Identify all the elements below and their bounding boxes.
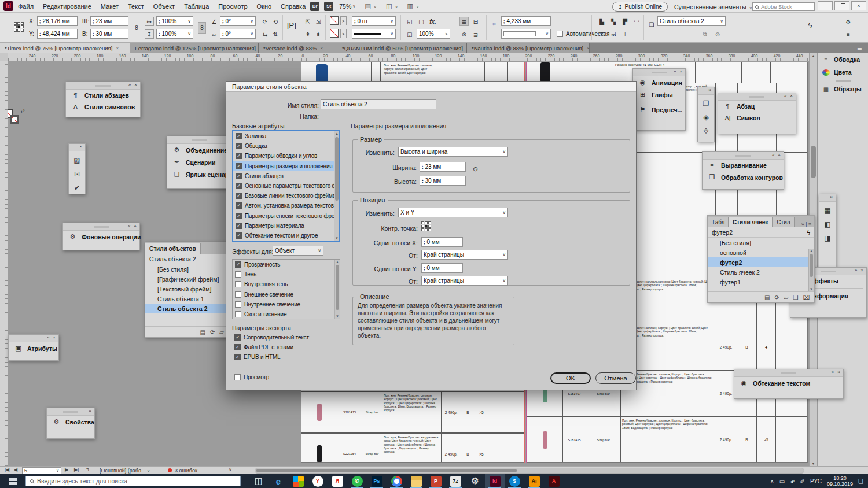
character-styles-panel[interactable]: AСтили символов: [66, 101, 140, 113]
collapse-close-icons[interactable]: » ×: [784, 93, 794, 98]
attribute-checkbox[interactable]: [236, 173, 242, 179]
style-row[interactable]: основной: [708, 247, 814, 257]
sidebar-item-color[interactable]: Цвета: [818, 66, 868, 79]
flip-horizontal-button[interactable]: ⇆: [260, 29, 270, 39]
align-right-button[interactable]: ▛: [620, 17, 630, 26]
attribute-checkbox[interactable]: [236, 213, 242, 219]
last-page-button[interactable]: ▶|: [74, 467, 79, 472]
export-option-row[interactable]: Файл PDF с тегами: [232, 342, 340, 352]
sidebar-item-stroke[interactable]: ≡ Обводка: [818, 53, 868, 66]
menu-item[interactable]: Файл: [18, 3, 34, 10]
scroll-up-icon[interactable]: ▲: [809, 249, 814, 253]
align-middle-button[interactable]: ⊣: [609, 29, 618, 39]
preflight-status[interactable]: 3 ошибок: [175, 468, 197, 474]
effects-list[interactable]: Прозрачность Тень Внутренняя тень Внешне…: [232, 259, 340, 319]
export-checkbox[interactable]: [234, 344, 241, 350]
effect-row[interactable]: Скос и тиснение: [233, 309, 340, 319]
powerpoint-icon[interactable]: P: [426, 474, 446, 488]
attribute-row[interactable]: Базовые линии текстового фрейма: [233, 191, 339, 201]
scrollbar-thumb[interactable]: [811, 146, 816, 178]
scroll-down-icon[interactable]: ▼: [810, 461, 817, 465]
close-button[interactable]: ×: [851, 1, 866, 10]
select-content-button[interactable]: ⇲: [314, 17, 323, 26]
first-page-button[interactable]: |◀: [5, 467, 9, 472]
menu-item[interactable]: Редактирование: [43, 3, 91, 10]
collapse-close-icons[interactable]: » ×: [832, 369, 841, 375]
next-object-button[interactable]: ⇟: [314, 29, 323, 39]
swap-fill-stroke-icon[interactable]: ⇄: [20, 108, 25, 114]
style-row[interactable]: Стиль объекта 1: [145, 294, 229, 304]
align-top-button[interactable]: ⊤: [597, 29, 606, 39]
menu-item[interactable]: Просмотр: [218, 3, 247, 10]
style-group-icon[interactable]: ▤: [764, 294, 770, 301]
attribute-row[interactable]: Обводка: [233, 141, 339, 151]
pages-panel-icon[interactable]: ❐: [703, 99, 709, 108]
width-field[interactable]: ▴▾23 мм: [420, 162, 466, 172]
horizontal-scrollbar[interactable]: [255, 468, 804, 474]
effect-checkbox[interactable]: [235, 311, 241, 317]
new-style-icon[interactable]: ▱: [219, 329, 224, 335]
cancel-button[interactable]: Отмена: [595, 372, 636, 384]
ruler-corner[interactable]: [0, 53, 8, 61]
collapse-close-icons[interactable]: » ×: [772, 152, 782, 157]
tab-object-styles[interactable]: Стили объектов: [145, 243, 201, 254]
document-tab[interactable]: *Nautica.indd @ 88% [Просмотр наложения]…: [467, 43, 590, 53]
publish-online-button[interactable]: ↥ Publish Online: [612, 2, 668, 12]
constrain-scale-link-icon[interactable]: 8: [198, 22, 206, 34]
align-panel[interactable]: ≡Выравнивание: [703, 160, 784, 171]
master-page-select[interactable]: [Основной] (рабо... ∨: [100, 468, 150, 474]
wrap-bounding-button[interactable]: ⊟: [471, 17, 480, 26]
microsoft-store-icon[interactable]: [288, 474, 308, 488]
task-view-button[interactable]: ◫: [249, 474, 269, 488]
tab-table-styles[interactable]: Стил: [773, 217, 795, 227]
new-style-group-icon[interactable]: ▤: [200, 329, 205, 335]
acrobat-icon[interactable]: A: [544, 474, 564, 488]
attribute-checkbox[interactable]: [236, 202, 242, 209]
constrain-dimensions-icon[interactable]: 8: [132, 22, 141, 34]
bridge-button[interactable]: Br: [310, 2, 319, 11]
basic-attributes-list[interactable]: Заливка Обводка Параметры обводки и угло…: [232, 130, 340, 242]
reference-point-proxy[interactable]: [14, 22, 24, 32]
scroll-down-icon[interactable]: ▼: [335, 315, 340, 318]
effects-fx-icon[interactable]: fx.: [428, 17, 437, 26]
wrap-jump-button[interactable]: ⊒: [471, 29, 480, 39]
effect-checkbox[interactable]: [235, 301, 241, 308]
scroll-down-icon[interactable]: ▼: [809, 287, 814, 291]
collapse-close-icons[interactable]: » ×: [128, 223, 138, 228]
break-style-link-icon[interactable]: ⊘: [713, 29, 722, 39]
from-y-select[interactable]: Край страницы: [421, 276, 508, 286]
width-field[interactable]: ▴▾23 мм: [90, 16, 128, 26]
quick-apply-icon[interactable]: ϟ: [807, 229, 810, 236]
list-scrollbar[interactable]: ▲ ▼: [334, 131, 339, 241]
style-row[interactable]: [Графический фрейм]: [145, 274, 229, 284]
effect-checkbox[interactable]: [235, 271, 241, 278]
close-tab-icon[interactable]: ×: [116, 46, 119, 51]
effect-row[interactable]: Внутренняя тень: [233, 279, 340, 289]
fill-swatch[interactable]: [330, 29, 339, 38]
next-page-button[interactable]: ▶: [65, 467, 68, 472]
scale-y-select[interactable]: ▴▾100%: [156, 29, 193, 39]
ok-button[interactable]: OK: [550, 372, 591, 384]
previous-object-button[interactable]: ⇞: [303, 29, 312, 39]
touch-keyboard-icon[interactable]: ▭: [779, 478, 785, 485]
illustrator-icon[interactable]: Ai: [524, 474, 544, 488]
menu-item[interactable]: Таблица: [184, 3, 209, 10]
properties-panel[interactable]: ⚙Свойства: [47, 416, 94, 428]
window-arrange-icon[interactable]: ▥ ∨: [407, 2, 421, 10]
language-indicator[interactable]: РУС: [810, 478, 822, 485]
wrap-none-button[interactable]: ≣: [459, 17, 469, 26]
layers-panel-icon[interactable]: ◈: [703, 113, 708, 121]
pathfinder-panel[interactable]: ❒Обработка контуров: [703, 171, 784, 183]
windows-search-input[interactable]: Введите здесь текст для поиска: [25, 476, 241, 486]
attribute-checkbox[interactable]: [236, 163, 242, 169]
stock-button[interactable]: St: [324, 2, 333, 11]
style-row[interactable]: Стиль объекта 2: [145, 304, 229, 313]
select-container-button[interactable]: ⇱: [303, 17, 312, 26]
stroke-swatch[interactable]: [10, 115, 19, 124]
menu-item[interactable]: Макет: [101, 3, 119, 10]
close-tab-icon[interactable]: ×: [587, 46, 590, 51]
distribute-button[interactable]: ⬚: [632, 17, 641, 26]
effect-row[interactable]: Внешнее свечение: [233, 290, 340, 300]
wrap-options-select[interactable]: [501, 29, 551, 39]
tab-table[interactable]: Табл: [708, 217, 729, 227]
